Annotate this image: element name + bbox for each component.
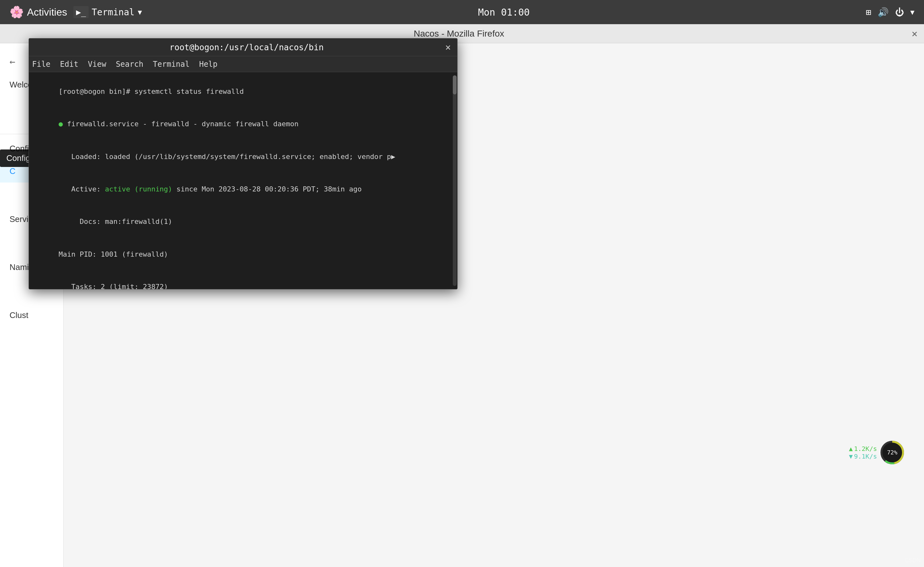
terminal-label: Terminal — [92, 7, 135, 18]
menu-search[interactable]: Search — [116, 60, 143, 69]
cpu-gauge: 72% — [879, 440, 905, 465]
download-value: 9.1K/s — [854, 453, 877, 460]
terminal-close-button[interactable]: × — [445, 42, 451, 53]
menu-edit[interactable]: Edit — [60, 60, 78, 69]
upload-speed: ▲ 1.2K/s — [849, 445, 877, 453]
terminal-icon: ▶_ — [74, 6, 88, 18]
sidebar-item-cluster[interactable]: Clust — [0, 304, 63, 326]
menu-terminal[interactable]: Terminal — [153, 60, 190, 69]
download-arrow: ▼ — [849, 453, 853, 460]
terminal-window: root@bogon:/usr/local/nacos/bin × File E… — [28, 38, 458, 289]
firefox-close-button[interactable]: × — [912, 28, 918, 40]
menu-file[interactable]: File — [32, 60, 51, 69]
terminal-line: ● firewalld.service - firewalld - dynami… — [33, 108, 453, 140]
terminal-titlebar: root@bogon:/usr/local/nacos/bin × — [29, 39, 457, 56]
watermark: CSDN — [904, 557, 921, 564]
terminal-line: Main PID: 1001 (firewalld) — [33, 238, 453, 270]
scrollbar-thumb[interactable] — [453, 75, 457, 95]
upload-arrow: ▲ — [849, 445, 853, 453]
system-bar: 🌸 Activities ▶_ Terminal ▼ Mon 01:00 ⊞ 🔊… — [0, 0, 924, 24]
terminal-line: [root@bogon bin]# systemctl status firew… — [33, 75, 453, 108]
service-text: firewalld.service - firewalld - dynamic … — [67, 120, 298, 128]
terminal-body: [root@bogon bin]# systemctl status firew… — [29, 72, 457, 289]
activities-label: Activities — [27, 6, 67, 18]
terminal-line-active: Active: active (running) since Mon 2023-… — [33, 173, 453, 205]
status-dot: ● — [58, 120, 67, 128]
activities-icon: 🌸 — [9, 5, 24, 19]
network-speeds: ▲ 1.2K/s ▼ 9.1K/s — [849, 445, 877, 460]
gauge-label: 72% — [887, 449, 898, 456]
terminal-window-title: root@bogon:/usr/local/nacos/bin — [48, 43, 445, 52]
volume-icon: 🔊 — [878, 7, 889, 18]
download-speed: ▼ 9.1K/s — [849, 453, 877, 460]
terminal-line: Loaded: loaded (/usr/lib/systemd/system/… — [33, 141, 453, 173]
active-status: active (running) — [105, 185, 172, 193]
power-icon[interactable]: ⏻ — [895, 7, 904, 18]
prompt-text: [root@bogon bin]# systemctl status firew… — [58, 87, 244, 95]
terminal-dropdown-icon[interactable]: ▼ — [138, 8, 142, 16]
terminal-menubar: File Edit View Search Terminal Help — [29, 56, 457, 72]
network-icon: ⊞ — [866, 7, 871, 18]
activities-button[interactable]: 🌸 Activities — [9, 5, 67, 19]
system-dropdown-icon[interactable]: ▼ — [910, 8, 915, 16]
firefox-title: Nacos - Mozilla Firefox — [6, 29, 912, 39]
terminal-line: Tasks: 2 (limit: 23872) — [33, 271, 453, 289]
system-time: Mon 01:00 — [478, 7, 530, 18]
menu-help[interactable]: Help — [199, 60, 218, 69]
terminal-line: Docs: man:firewalld(1) — [33, 205, 453, 238]
system-bar-right: ⊞ 🔊 ⏻ ▼ — [866, 7, 915, 18]
system-bar-left: 🌸 Activities ▶_ Terminal ▼ — [9, 5, 142, 19]
network-widget: ▲ 1.2K/s ▼ 9.1K/s 72% — [849, 440, 905, 465]
terminal-scrollbar[interactable] — [453, 75, 457, 286]
menu-view[interactable]: View — [88, 60, 106, 69]
terminal-menu[interactable]: ▶_ Terminal ▼ — [74, 6, 142, 18]
upload-value: 1.2K/s — [854, 445, 877, 453]
